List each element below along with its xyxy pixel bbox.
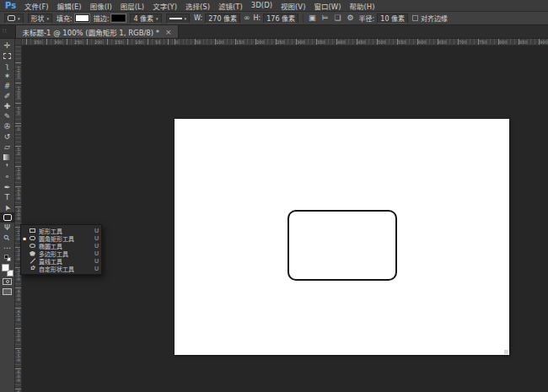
type-tool-icon: T	[5, 194, 10, 201]
move-tool[interactable]: ✛	[0, 40, 15, 51]
gradient-tool[interactable]	[0, 152, 15, 162]
chevron-down-icon: ▾	[156, 16, 158, 21]
flyout-item-5[interactable]: ✿自定形状工具U	[21, 265, 101, 272]
tool-mode-select[interactable]: 形状 ▾	[28, 13, 53, 24]
menu-item-4[interactable]: 文字(Y)	[153, 1, 177, 11]
healing-brush-tool[interactable]: ✚	[0, 101, 15, 111]
stroke-width-select[interactable]: 4 像素 ▾	[130, 13, 161, 24]
eyedropper-tool[interactable]: ✐	[0, 91, 15, 101]
path-arrangement-button[interactable]: ❏	[333, 14, 341, 22]
magic-wand-tool-icon: ✶	[4, 72, 11, 80]
document-canvas[interactable]	[175, 119, 509, 355]
ruler-label: 500	[15, 329, 22, 341]
menu-item-8[interactable]: 视图(V)	[281, 1, 305, 11]
document-corner-mark	[504, 350, 508, 354]
pen-tool-icon: ✒	[4, 184, 11, 191]
magic-wand-tool[interactable]: ✶	[0, 71, 15, 81]
chevron-down-icon: ▾	[47, 16, 50, 21]
menu-item-5[interactable]: 选择(S)	[185, 1, 210, 11]
screen-mode-button-icon	[3, 288, 12, 295]
hand-tool-icon: Ψ	[4, 224, 10, 232]
ruler-label: 350	[34, 39, 42, 46]
ruler-label: 400	[337, 39, 346, 46]
history-brush-tool[interactable]: ↺	[0, 132, 15, 142]
marquee-tool[interactable]	[0, 51, 15, 61]
menu-item-2[interactable]: 图像(I)	[90, 1, 112, 11]
menu-item-3[interactable]: 图层(L)	[121, 1, 144, 11]
flyout-item-shortcut: U	[94, 266, 99, 272]
ruler-label: 500	[378, 39, 386, 46]
ruler-label: 250	[74, 39, 83, 46]
path-selection-tool[interactable]: ➤	[0, 202, 15, 212]
link-dimensions-icon[interactable]: ∞	[243, 14, 251, 22]
type-tool[interactable]: T	[0, 192, 15, 202]
horizontal-ruler[interactable]: 3503002502001501005005010015020025030035…	[15, 39, 548, 46]
ruler-label: 450	[357, 39, 366, 46]
hand-tool[interactable]: Ψ	[0, 223, 15, 233]
stroke-type-select[interactable]: ▾	[166, 13, 191, 24]
tool-preset-picker[interactable]: ▾	[4, 13, 24, 24]
radius-value: 10 像素	[380, 13, 405, 23]
ruler-label: 0	[175, 39, 178, 46]
ruler-label: 100	[135, 39, 143, 46]
panel-grip-icon: ∷	[3, 29, 6, 35]
zoom-tool[interactable]: ⚲	[0, 233, 15, 243]
fill-color-swatch[interactable]	[75, 14, 89, 22]
rounded-rectangle-tool[interactable]	[0, 212, 15, 223]
foreground-background-swatches[interactable]	[0, 263, 15, 277]
path-operations-button[interactable]: ▣	[308, 14, 317, 22]
radius-input[interactable]: 10 像素	[377, 13, 408, 24]
clone-stamp-tool[interactable]: ✇	[0, 121, 15, 132]
ruler-label: 450	[15, 309, 22, 321]
edit-toolbar-button[interactable]: ⋯	[0, 243, 15, 253]
menu-item-1[interactable]: 编辑(E)	[57, 1, 82, 11]
ruler-label: 0	[15, 126, 22, 131]
tool-mode-value: 形状	[31, 13, 45, 23]
menu-items: 文件(F)编辑(E)图像(I)图层(L)文字(Y)选择(S)滤镜(T)3D(D)…	[24, 1, 374, 11]
dodge-tool[interactable]: ⚬	[0, 172, 15, 182]
menu-item-6[interactable]: 滤镜(T)	[218, 1, 243, 11]
ruler-label: 250	[277, 39, 285, 46]
blur-tool[interactable]: ❜	[0, 162, 15, 172]
ruler-label: 300	[54, 39, 62, 46]
tool-options-bar: ▾ 形状 ▾ 填充: 描边: 4 像素 ▾ ▾ W: 270 像素 ∞ H	[0, 12, 548, 25]
menu-item-7[interactable]: 3D(D)	[251, 1, 272, 11]
shape-width-input[interactable]: 270 像素	[205, 13, 240, 24]
ruler-label: 550	[398, 39, 406, 46]
menu-item-0[interactable]: 文件(F)	[24, 1, 49, 11]
ruler-corner[interactable]	[15, 39, 22, 46]
ruler-label: 300	[297, 39, 305, 46]
stroke-color-swatch[interactable]	[111, 14, 126, 22]
vertical-ruler[interactable]: 1501005005010015020025030035040045050055…	[15, 46, 22, 392]
menu-item-9[interactable]: 窗口(W)	[314, 1, 341, 11]
rounded-rectangle-shape[interactable]	[287, 210, 397, 281]
ruler-label: 550	[15, 349, 22, 362]
eraser-tool[interactable]: ▱	[0, 142, 15, 152]
pen-tool[interactable]: ✒	[0, 182, 15, 192]
eraser-tool-icon: ▱	[4, 143, 10, 151]
quick-mask-button[interactable]	[0, 277, 15, 287]
radius-label: 半径:	[359, 13, 375, 23]
chevron-down-icon: ▾	[18, 16, 20, 21]
crop-tool[interactable]: #	[0, 81, 15, 91]
shape-height-input[interactable]: 176 像素	[263, 13, 298, 24]
ruler-label: 200	[94, 39, 103, 46]
shape-settings-gear-button[interactable]: ⚙	[347, 14, 355, 22]
lasso-tool[interactable]: ʅ	[0, 61, 15, 71]
brush-tool[interactable]: ✎	[0, 111, 15, 121]
default-colors-icon[interactable]	[0, 253, 15, 263]
photoshop-logo: Ps	[5, 2, 16, 10]
ruler-label: 200	[256, 39, 265, 46]
menu-item-10[interactable]: 帮助(H)	[350, 1, 375, 11]
path-alignment-button[interactable]: ⊨	[321, 14, 330, 22]
align-edges-label: 对齐边缘	[421, 13, 448, 23]
height-label: H:	[254, 14, 261, 22]
document-tab[interactable]: 未标题-1 @ 100% (圆角矩形 1, RGB/8) * ×	[15, 25, 178, 38]
screen-mode-button[interactable]	[0, 287, 15, 297]
shape-tools-flyout-menu: 矩形工具U▪圆角矩形工具U椭圆工具U多边形工具U直线工具U✿自定形状工具U	[20, 224, 102, 275]
canvas-work-area[interactable]: 3503002502001501005005010015020025030035…	[15, 39, 548, 392]
close-icon[interactable]: ×	[165, 28, 172, 36]
align-edges-checkbox[interactable]	[412, 15, 418, 21]
edit-toolbar-button-icon: ⋯	[3, 244, 11, 252]
rounded-rectangle-preset-icon	[8, 15, 15, 21]
